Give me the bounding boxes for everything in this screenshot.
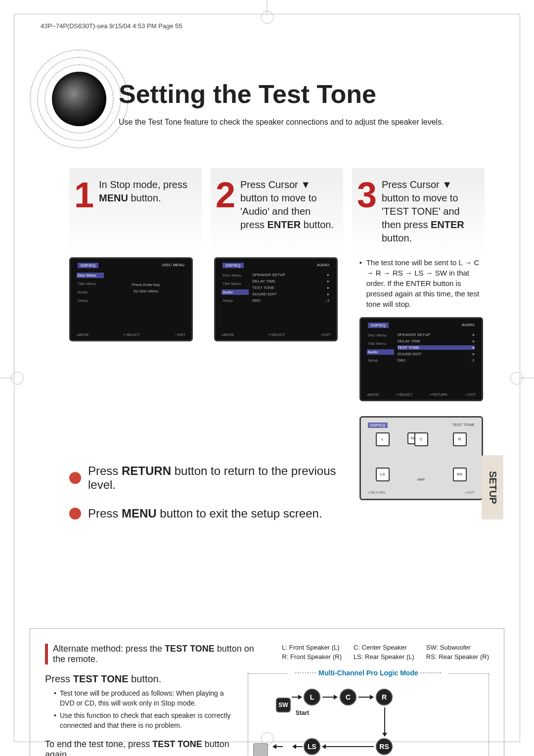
bottom-left-column: Press TEST TONE button. Test tone will b…	[45, 673, 233, 756]
speaker-legend: L: Front Speaker (L)C: Center SpeakerSW:…	[282, 644, 489, 661]
tv-title-left: DSP/EQ	[78, 263, 98, 268]
alternate-method: Alternate method: press the TEST TONE bu…	[45, 644, 267, 664]
intro-text: Use the Test Tone feature to check the s…	[119, 118, 490, 127]
speaker-diagram: Multi-Channel Pro Logic Mode SW L C R LS…	[248, 673, 489, 756]
test-tone-note: The test tone will be sent to L → C → R …	[359, 257, 485, 309]
tv-title-left: DSP/EQ	[222, 263, 243, 268]
tv-footer: ⨉MOVE↵SELECT↔EXIT	[222, 333, 330, 337]
step-text: Press Cursor ▼ button to move to 'TEST T…	[382, 178, 478, 245]
tv-title-right: AUDIO	[462, 323, 474, 327]
node-ls: LS	[304, 738, 320, 755]
arrow-icon	[292, 697, 302, 698]
end-test-tone: To end the test tone, press TEST TONE bu…	[45, 739, 233, 756]
arrow-icon	[322, 746, 374, 747]
node-c: C	[340, 689, 356, 706]
tv-sidebar: Disc Menu Title Menu Audio Setup	[77, 273, 104, 306]
start-label: Start	[296, 709, 309, 716]
step-2: 2 Press Cursor ▼ button to move to 'Audi…	[211, 168, 343, 255]
instruction-text: Press MENU button to exit the setup scre…	[88, 507, 322, 520]
tv-title-right: AUDIO	[317, 263, 329, 267]
bullet-icon	[69, 472, 81, 484]
bullet: Test tone will be produced as follows: W…	[54, 689, 233, 708]
arrow-icon	[384, 708, 385, 736]
tv-main: SPEAKER SETUP▸ DELAY TIME▸ TEST TONE▸ SO…	[252, 273, 329, 305]
tv-screenshot-3: DSP/EQ AUDIO Disc Menu Title Menu Audio …	[359, 317, 483, 401]
crop-mark-right	[520, 378, 534, 378]
side-tab-setup: SETUP	[482, 455, 503, 520]
instruction-text: Press RETURN button to return to the pre…	[88, 464, 366, 492]
tv-title-right: DISC MENU	[162, 263, 184, 267]
instruction-return: Press RETURN button to return to the pre…	[69, 464, 366, 492]
step-number: 1	[74, 177, 94, 213]
instruction-block: Press RETURN button to return to the pre…	[69, 464, 366, 535]
tv-main: Press Enter key for Disc Menu	[107, 273, 184, 295]
speaker-graphic	[30, 49, 129, 148]
step-number: 2	[216, 177, 235, 213]
tv-title-left: DSP/EQ	[368, 423, 388, 428]
header-line: 43P~74P(DS630T)-sea 9/15/04 4:53 PM Page…	[41, 22, 182, 30]
step-1: 1 In Stop mode, press MENU button.	[69, 168, 202, 255]
tv-footer: ⨉MOVE↵SELECT↔EXIT	[77, 333, 185, 337]
tv-screenshot-4: DSP/EQ TEST TONE L SW C R LS RS user ↵RE…	[359, 416, 483, 500]
arrow-icon	[322, 697, 337, 698]
bullet-icon	[69, 508, 81, 520]
step-number: 3	[357, 177, 377, 213]
crop-mark-left	[0, 378, 14, 378]
bullet: Use this function to check that each spe…	[54, 711, 233, 730]
tv-footer: ⨉MOVE↵SELECT↵RETURN↔EXIT	[367, 393, 476, 397]
tv-screenshot-1: DSP/EQ DISC MENU Disc Menu Title Menu Au…	[69, 257, 193, 341]
arrow-icon	[293, 746, 303, 747]
tv-screenshot-2: DSP/EQ AUDIO Disc Menu Title Menu Audio …	[214, 257, 338, 341]
tv-sidebar: Disc Menu Title Menu Audio Setup	[222, 273, 249, 306]
node-sw: SW	[276, 698, 291, 712]
arrow-icon	[358, 697, 373, 698]
bottom-panel: Alternate method: press the TEST TONE bu…	[30, 628, 504, 756]
node-r: R	[376, 689, 393, 706]
steps-row: 1 In Stop mode, press MENU button. 2 Pre…	[69, 168, 485, 255]
speaker-icon	[253, 743, 268, 756]
step-text: In Stop mode, press MENU button.	[99, 178, 195, 205]
tv-main: SPEAKER SETUP▸ DELAY TIME▸ TEST TONE▸ SO…	[398, 332, 475, 365]
title-block: Setting the Test Tone Use the Test Tone …	[119, 79, 490, 127]
page-title: Setting the Test Tone	[119, 79, 490, 109]
press-test-tone-title: Press TEST TONE button.	[45, 673, 233, 685]
tv-title-right: TEST TONE	[452, 423, 474, 427]
tv-sidebar: Disc Menu Title Menu Audio Setup	[367, 332, 394, 366]
node-rs: RS	[376, 738, 393, 755]
screen-col-3: The test tone will be sent to L → C → R …	[359, 257, 485, 500]
diagram-title: Multi-Channel Pro Logic Mode	[288, 669, 448, 677]
node-l: L	[304, 689, 320, 706]
step-3: 3 Press Cursor ▼ button to move to 'TEST…	[352, 168, 485, 255]
instruction-menu: Press MENU button to exit the setup scre…	[69, 507, 366, 520]
crop-mark-top	[267, 0, 267, 14]
tv-footer: ↵RETURN↔EXIT	[368, 491, 475, 495]
arrow-icon	[273, 746, 283, 747]
tv-title-left: DSP/EQ	[368, 323, 389, 328]
step-text: Press Cursor ▼ button to move to 'Audio'…	[240, 178, 336, 232]
